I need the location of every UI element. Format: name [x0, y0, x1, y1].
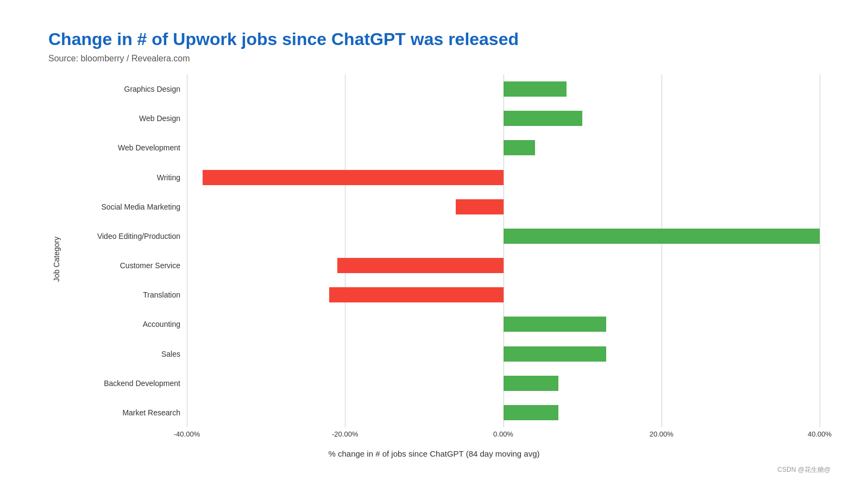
- bar-fill: [504, 376, 559, 391]
- chart-title: Change in # of Upwork jobs since ChatGPT…: [48, 29, 820, 49]
- bar-track: [187, 229, 820, 244]
- bar-track: [187, 140, 820, 155]
- x-tick: -20.00%: [332, 430, 358, 438]
- bar-track: [187, 170, 820, 185]
- chart-inner: Graphics DesignWeb DesignWeb Development…: [67, 74, 820, 444]
- bar-label: Graphics Design: [67, 85, 187, 93]
- bar-label: Accounting: [67, 320, 187, 328]
- bar-row: Social Media Marketing: [67, 192, 820, 222]
- bar-row: Graphics Design: [67, 74, 820, 104]
- x-tick: 20.00%: [650, 430, 674, 438]
- bar-track: [187, 258, 820, 273]
- bar-row: Writing: [67, 163, 820, 192]
- bar-label: Web Design: [67, 114, 187, 123]
- bar-fill: [504, 405, 559, 420]
- bar-fill: [329, 287, 503, 302]
- bar-row: Backend Development: [67, 369, 820, 398]
- grid-line: [820, 74, 820, 427]
- bar-fill: [203, 170, 503, 185]
- y-axis-label: Job Category: [48, 74, 65, 444]
- bar-label: Video Editing/Production: [67, 232, 187, 241]
- bar-track: [187, 287, 820, 302]
- bar-track: [187, 81, 820, 97]
- bar-row: Customer Service: [67, 251, 820, 280]
- x-axis-title: % change in # of jobs since ChatGPT (84 …: [48, 449, 820, 458]
- bar-row: Market Research: [67, 398, 820, 427]
- bar-row: Sales: [67, 339, 820, 369]
- bar-row: Web Design: [67, 104, 820, 133]
- x-tick: 0.00%: [493, 430, 513, 438]
- bar-label: Web Development: [67, 143, 187, 152]
- bar-label: Backend Development: [67, 379, 187, 388]
- bar-fill: [504, 81, 567, 97]
- bar-track: [187, 346, 820, 362]
- x-tick: 40.00%: [808, 430, 832, 438]
- bar-fill: [504, 317, 606, 332]
- bar-track: [187, 405, 820, 420]
- bar-label: Social Media Marketing: [67, 203, 187, 211]
- bar-row: Translation: [67, 280, 820, 309]
- bar-label: Writing: [67, 173, 187, 182]
- bar-label: Market Research: [67, 408, 187, 417]
- bar-track: [187, 376, 820, 391]
- bar-label: Sales: [67, 350, 187, 358]
- bar-label: Customer Service: [67, 261, 187, 270]
- bar-row: Accounting: [67, 309, 820, 339]
- bar-label: Translation: [67, 290, 187, 299]
- chart-source: Source: bloomberry / Revealera.com: [48, 54, 820, 64]
- bar-fill: [504, 346, 606, 362]
- bar-track: [187, 199, 820, 214]
- bar-fill: [504, 140, 535, 155]
- x-tick: -40.00%: [174, 430, 200, 438]
- bar-row: Video Editing/Production: [67, 222, 820, 251]
- bar-track: [187, 111, 820, 126]
- bar-fill: [337, 258, 504, 273]
- bar-fill: [504, 111, 583, 126]
- bar-row: Web Development: [67, 133, 820, 162]
- watermark: CSDN @花生糖@: [777, 465, 831, 475]
- bar-track: [187, 317, 820, 332]
- chart-area: Job Category Graphics DesignWeb DesignWe…: [48, 74, 820, 444]
- bar-fill: [456, 199, 503, 214]
- bars-area: Graphics DesignWeb DesignWeb Development…: [67, 74, 820, 427]
- x-axis-area: -40.00%-20.00%0.00%20.00%40.00%: [187, 427, 820, 444]
- chart-container: Change in # of Upwork jobs since ChatGPT…: [27, 13, 841, 480]
- bar-fill: [504, 229, 820, 244]
